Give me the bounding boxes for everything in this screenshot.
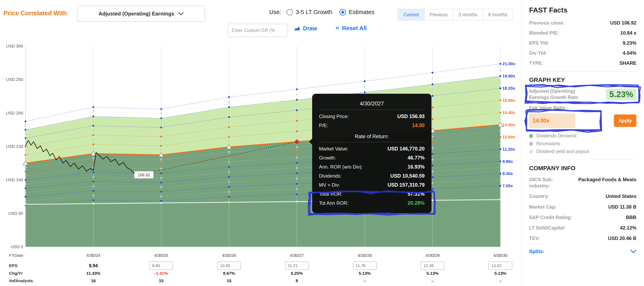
legend-item: Dividend yield and payout: [529, 149, 636, 154]
draw-button-label: Draw: [303, 25, 317, 32]
splits-label: Splits:: [529, 248, 544, 254]
ofanalysts-cell: –: [431, 277, 434, 284]
tooltip-row: Tot Ann ROR: 20.28%: [319, 198, 425, 208]
table-row-label: FYDate: [9, 252, 23, 259]
tooltip-row: Total ROR: 57.31%: [319, 189, 425, 198]
tooltip-row: Growth: 46.77%: [319, 153, 425, 162]
chart-tooltip: 4/30/2027 Closing Price: USD 156.93 P/E:…: [312, 94, 432, 213]
fydate-cell: 4/30/24: [86, 252, 100, 259]
use-mode-group: Use: 3-5 LT Growth Estimates: [269, 9, 374, 16]
chevron-down-icon: [178, 12, 184, 16]
fydate-cell: 4/30/25: [154, 252, 168, 259]
ofanalysts-cell: –: [499, 277, 502, 284]
table-row-label: #ofAnalysts: [9, 277, 33, 284]
fair-value-ratio-label: Fair Value Ratio: [529, 105, 636, 111]
metric-dropdown[interactable]: Adjusted (Operating) Earnings: [77, 6, 205, 22]
fact-row: Div Yld: 4.04%: [529, 50, 636, 56]
eps-estimate-input[interactable]: 9.80: [149, 261, 173, 270]
period-button[interactable]: 3 months: [453, 9, 483, 21]
fydate-cell: 4/30/26: [222, 252, 236, 259]
metric-dropdown-value: Adjusted (Operating) Earnings: [98, 11, 174, 17]
legend-item: Dividends Declared: [529, 133, 636, 139]
chgyr-cell: 5.13%: [359, 270, 371, 276]
tooltip-row: Market Value: USD 146,770.20: [319, 144, 425, 153]
tooltip-ror-rows: Market Value: USD 146,770.20 Growth: 46.…: [319, 144, 425, 208]
tooltip-divider: [319, 142, 425, 142]
fact-row: Blended P/E: 10.84 x: [529, 30, 636, 36]
use-radio-group: 3-5 LT Growth Estimates: [286, 9, 374, 16]
period-button[interactable]: Current: [398, 9, 424, 21]
fact-row: EPS Yld: 9.23%: [529, 40, 636, 46]
eps-estimate-input[interactable]: 13.02: [488, 261, 512, 270]
eps-estimate-input[interactable]: 12.39: [421, 261, 444, 270]
fydate-cell: 4/30/28: [358, 252, 372, 259]
estimates-table: FYDate4/30/244/30/254/30/264/30/274/30/2…: [0, 0, 522, 286]
sidebar: FAST Facts Previous close: USD 106.92 Bl…: [522, 0, 644, 286]
radio-option[interactable]: Estimates: [340, 9, 374, 16]
tooltip-arrow: [309, 138, 312, 145]
chevron-down-icon: [630, 250, 636, 253]
radio-option[interactable]: 3-5 LT Growth: [286, 9, 332, 16]
tooltip-divider: [319, 110, 425, 110]
apply-button[interactable]: Apply: [614, 114, 636, 127]
eps-estimate-input[interactable]: 11.78: [353, 261, 377, 270]
info-row: Country: United States: [529, 193, 636, 199]
ofanalysts-cell: 16: [91, 277, 96, 284]
tooltip-row: Ann. ROR (w/o Div): 16.93%: [319, 162, 425, 171]
period-button[interactable]: Previous: [424, 9, 453, 21]
radio-icon: [340, 9, 346, 16]
ofanalysts-cell: 8: [296, 277, 298, 284]
price-correlated-label: Price Correlated With: [4, 10, 67, 17]
fydate-cell: 4/30/29: [426, 252, 440, 259]
custom-growth-rate-input[interactable]: [228, 24, 288, 37]
fydate-cell: 4/30/27: [290, 252, 304, 259]
graph-legend: Dividends Declared Recessions Dividend y…: [529, 133, 636, 154]
tooltip-row: MV + Div: USD 157,310.79: [319, 180, 425, 189]
period-button-group: CurrentPrevious3 months6 months: [398, 9, 513, 21]
fastgraphs-app: 21.00x19.60x18.20x16.80x15.40x14.00x12.6…: [0, 0, 644, 286]
fast-facts-list: Previous close: USD 106.92 Blended P/E: …: [529, 20, 636, 66]
chart-icon: [294, 25, 300, 32]
table-row-label: Chg/Yr: [9, 270, 23, 276]
tooltip-date: 4/30/2027: [319, 101, 425, 110]
legend-dot-icon: [529, 134, 533, 138]
legend-dot-icon: [529, 142, 533, 146]
company-info-list: GICS Sub-industry: Packaged Foods & Meat…: [529, 176, 636, 241]
chgyr-cell: 11.43%: [86, 270, 100, 276]
graph-key-title: GRAPH KEY: [529, 76, 636, 83]
chgyr-cell: -1.41%: [154, 270, 168, 276]
eps-cell: 9.94: [89, 261, 98, 270]
tooltip-row: Closing Price: USD 156.93: [319, 112, 425, 121]
x-icon: ✕: [335, 26, 340, 31]
tooltip-price-rows: Closing Price: USD 156.93 P/E: 14.00: [319, 112, 425, 130]
radio-icon: [286, 9, 293, 16]
draw-button[interactable]: Draw: [294, 25, 317, 32]
legend-item: Recessions: [529, 141, 636, 146]
info-row: LT Debt/Capital: 42.12%: [529, 225, 636, 231]
fair-value-input[interactable]: 14.00x: [529, 113, 575, 128]
period-button[interactable]: 6 months: [483, 9, 513, 21]
chgyr-cell: 8.67%: [223, 270, 235, 276]
fact-row: TYPE: SHARE: [529, 60, 636, 66]
growth-rate-value: 5.23%: [606, 89, 636, 100]
eps-estimate-input[interactable]: 11.21: [285, 261, 309, 270]
info-row: S&P Credit Rating: BBB: [529, 214, 636, 220]
reset-all-button[interactable]: ✕ Reset All: [335, 25, 367, 32]
eps-estimate-input[interactable]: 10.65: [217, 261, 241, 270]
legend-dot-icon: [529, 150, 533, 154]
company-info-title: COMPANY INFO: [529, 165, 636, 172]
chgyr-cell: 5.13%: [427, 270, 439, 276]
info-row: GICS Sub-industry: Packaged Foods & Meat…: [529, 176, 636, 189]
chgyr-cell: 5.25%: [291, 270, 303, 276]
reset-button-label: Reset All: [342, 25, 367, 32]
ofanalysts-cell: 15: [226, 277, 231, 284]
use-label: Use:: [269, 9, 281, 16]
fydate-cell: 4/30/30: [493, 252, 508, 259]
table-row-label: EPS: [9, 261, 18, 270]
ofanalysts-cell: –: [364, 277, 366, 284]
tooltip-row: P/E: 14.00: [319, 121, 425, 130]
fair-value-row: 14.00x Apply: [529, 113, 636, 128]
info-row: TEV: USD 20.46 B: [529, 235, 636, 241]
splits-link[interactable]: Splits:: [529, 248, 636, 254]
ofanalysts-cell: 15: [159, 277, 164, 284]
